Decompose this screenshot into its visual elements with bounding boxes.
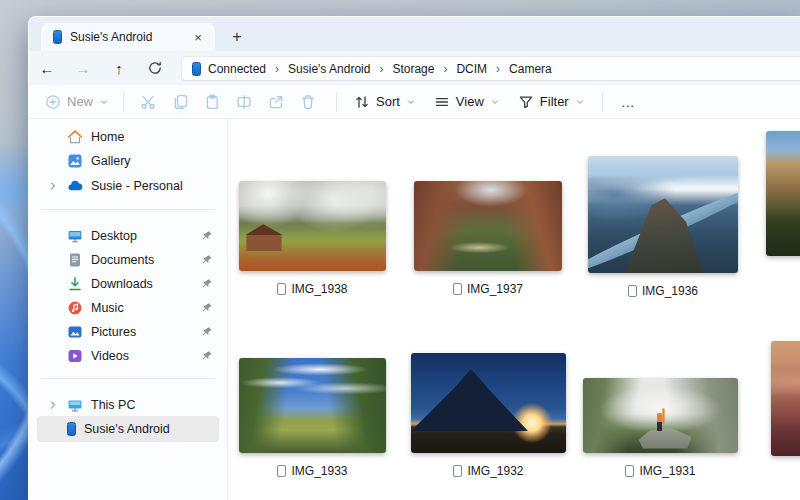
photo-thumbnail (583, 378, 738, 453)
refresh-button[interactable] (141, 54, 169, 82)
breadcrumb-separator: › (494, 62, 502, 76)
trash-icon (300, 94, 316, 110)
breadcrumb[interactable]: Connected › Susie's Android › Storage › … (181, 56, 800, 81)
plus-circle-icon (45, 94, 61, 110)
sidebar-item-home[interactable]: Home (37, 125, 219, 149)
photo-thumbnail (771, 341, 800, 456)
share-button[interactable] (260, 88, 292, 116)
filter-label: Filter (540, 94, 569, 109)
breadcrumb-camera[interactable]: Camera (502, 62, 559, 76)
toolbar-divider (123, 92, 124, 112)
cut-button[interactable] (132, 88, 164, 116)
file-grid: IMG_1938 IMG_1937 IMG_1936 IMG_1933 (228, 119, 800, 500)
pin-icon (201, 230, 213, 242)
paste-button[interactable] (196, 88, 228, 116)
file-label: IMG_1936 (588, 284, 738, 298)
navigation-pane: Home Gallery Susie - Personal Desktop Do… (29, 119, 227, 500)
sidebar-item-videos[interactable]: Videos (37, 344, 219, 368)
desktop-icon (67, 228, 83, 244)
view-button[interactable]: View (425, 88, 509, 116)
command-toolbar: New Sort View (29, 85, 800, 119)
file-img-1937[interactable]: IMG_1937 (414, 181, 562, 296)
sidebar-item-label: Gallery (91, 154, 219, 168)
sidebar-item-documents[interactable]: Documents (37, 248, 219, 272)
photo-thumbnail (414, 181, 562, 271)
pin-icon (201, 254, 213, 266)
rename-button[interactable] (228, 88, 260, 116)
documents-icon (67, 252, 83, 268)
view-label: View (456, 94, 484, 109)
photo-file-icon (277, 465, 286, 477)
file-explorer-window: Susie's Android × + ← → ↑ Connected › Su… (28, 16, 800, 500)
sidebar-item-label: Music (91, 301, 193, 315)
gallery-icon (67, 153, 83, 169)
chevron-down-icon (99, 97, 109, 107)
breadcrumb-dcim[interactable]: DCIM (449, 62, 494, 76)
pin-icon (201, 326, 213, 338)
photo-file-icon (277, 283, 286, 295)
onedrive-cloud-icon (67, 178, 83, 194)
breadcrumb-separator: › (377, 62, 385, 76)
sidebar-item-label: Documents (91, 253, 193, 267)
file-img-1932[interactable]: IMG_1932 (411, 353, 566, 478)
close-tab-icon[interactable]: × (189, 28, 207, 46)
breadcrumb-storage[interactable]: Storage (385, 62, 441, 76)
photo-file-icon (628, 285, 637, 297)
filter-icon (518, 94, 534, 110)
sidebar-item-label: Susie's Android (84, 422, 219, 436)
file-img-1933[interactable]: IMG_1933 (239, 358, 386, 478)
toolbar-divider (336, 92, 337, 112)
pin-icon (201, 278, 213, 290)
chevron-right-icon[interactable] (47, 180, 59, 192)
file-partial-right-top[interactable] (766, 131, 800, 256)
file-name: IMG_1933 (291, 464, 347, 478)
file-partial-right-bottom[interactable] (771, 341, 800, 456)
file-img-1936[interactable]: IMG_1936 (588, 156, 738, 298)
pin-icon (201, 350, 213, 362)
copy-button[interactable] (164, 88, 196, 116)
chevron-right-icon[interactable] (47, 399, 59, 411)
paste-icon (204, 94, 220, 110)
file-name: IMG_1932 (467, 464, 523, 478)
new-tab-button[interactable]: + (225, 25, 249, 49)
sidebar-item-label: Susie - Personal (91, 179, 219, 193)
music-icon (67, 300, 83, 316)
sidebar-item-this-pc[interactable]: This PC (37, 393, 219, 417)
file-name: IMG_1931 (639, 464, 695, 478)
back-button[interactable]: ← (33, 54, 61, 82)
sort-button[interactable]: Sort (345, 88, 425, 116)
photo-thumbnail (239, 358, 386, 453)
toolbar-divider (602, 92, 603, 112)
file-label: IMG_1931 (583, 464, 738, 478)
sidebar-item-onedrive-personal[interactable]: Susie - Personal (37, 174, 219, 198)
sidebar-item-gallery[interactable]: Gallery (37, 149, 219, 173)
photo-thumbnail (588, 156, 738, 273)
new-button[interactable]: New (39, 94, 115, 110)
photo-file-icon (453, 283, 462, 295)
delete-button[interactable] (292, 88, 324, 116)
up-button[interactable]: ↑ (105, 54, 133, 82)
sidebar-item-susies-android[interactable]: Susie's Android (37, 416, 219, 442)
breadcrumb-device[interactable]: Susie's Android (281, 62, 377, 76)
photo-thumbnail (239, 181, 386, 271)
tab-susies-android[interactable]: Susie's Android × (41, 23, 215, 51)
home-icon (67, 129, 83, 145)
this-pc-icon (67, 397, 83, 413)
videos-icon (67, 348, 83, 364)
file-img-1938[interactable]: IMG_1938 (239, 181, 386, 296)
sidebar-item-music[interactable]: Music (37, 296, 219, 320)
sidebar-item-pictures[interactable]: Pictures (37, 320, 219, 344)
rename-icon (236, 94, 252, 110)
filter-button[interactable]: Filter (509, 88, 594, 116)
photo-file-icon (453, 465, 462, 477)
breadcrumb-connected[interactable]: Connected (201, 62, 273, 76)
photo-thumbnail (411, 353, 566, 453)
file-img-1931[interactable]: IMG_1931 (583, 378, 738, 478)
forward-button[interactable]: → (69, 54, 97, 82)
more-options-button[interactable]: … (611, 94, 646, 110)
sidebar-item-desktop[interactable]: Desktop (37, 224, 219, 248)
share-icon (268, 94, 284, 110)
sidebar-divider (41, 378, 215, 379)
file-name: IMG_1936 (642, 284, 698, 298)
sidebar-item-downloads[interactable]: Downloads (37, 272, 219, 296)
